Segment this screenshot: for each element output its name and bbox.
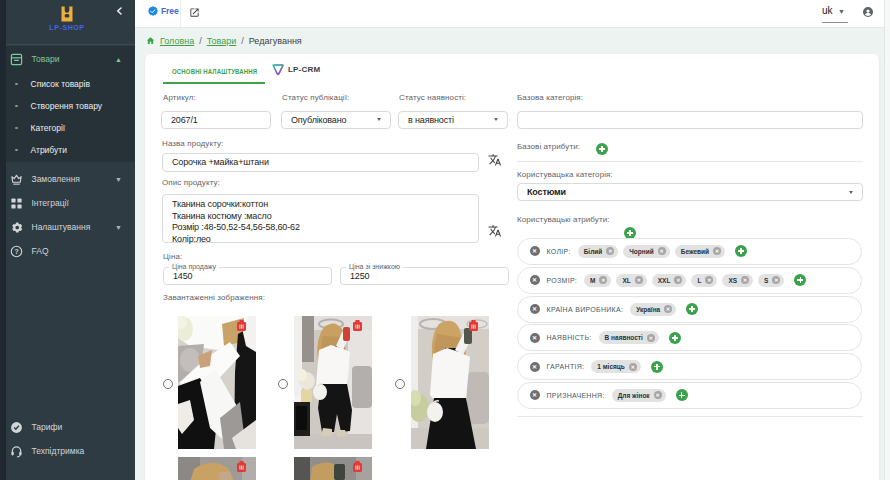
svg-text:?: ?	[14, 247, 18, 254]
